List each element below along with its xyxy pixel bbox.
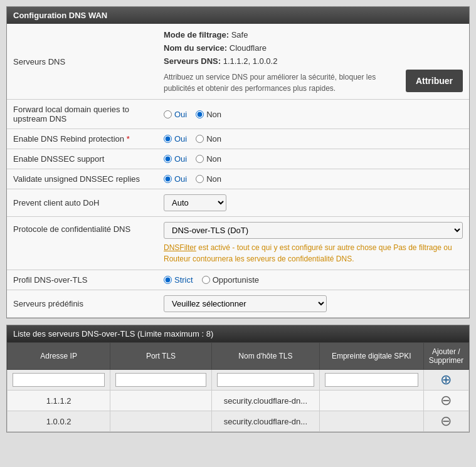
serveurs-predefinis-select[interactable]: Veuillez sélectionner [164, 295, 327, 312]
opportuniste-radio[interactable] [202, 276, 210, 284]
rebind-oui-option[interactable]: Oui [164, 134, 187, 144]
forward-oui-radio[interactable] [164, 110, 172, 118]
dns-protocol-cell: DNS-over-TLS (DoT) DNS-over-HTTPS (DoH) … [164, 222, 463, 265]
dns-hint-text: Attribuez un service DNS pour améliorer … [164, 71, 399, 94]
add-server-button[interactable]: ⊕ [440, 373, 452, 387]
row1-action: ⊖ [423, 391, 468, 411]
table-row: ⊕ [8, 370, 469, 391]
col-port: Port TLS [110, 343, 212, 370]
validate-dnssec-label: Validate unsigned DNSSEC replies [7, 169, 157, 189]
rebind-oui-label: Oui [174, 134, 187, 144]
dnssec-non-radio[interactable] [196, 155, 204, 163]
dnssec-non-label: Non [206, 154, 221, 164]
rebind-non-option[interactable]: Non [196, 134, 221, 144]
new-port-cell [110, 370, 212, 391]
dot-servers-panel: Liste des serveurs DNS-over-TLS (Limite … [6, 325, 470, 433]
forward-oui-label: Oui [174, 110, 187, 119]
validate-non-option[interactable]: Non [196, 174, 221, 184]
row2-spki [320, 411, 424, 432]
strict-radio[interactable] [164, 276, 172, 284]
col-hostname: Nom d'hôte TLS [211, 343, 319, 370]
row1-port [110, 391, 212, 411]
protocole-warning: DNSFilter est activé - tout ce qui y est… [164, 242, 463, 265]
serveurs-predefinis-options: Veuillez sélectionner [157, 290, 469, 318]
new-port-input[interactable] [115, 373, 206, 387]
server-table-body: ⊕ 1.1.1.2 security.cloudflare-dn... ⊖ 1.… [8, 370, 469, 432]
row2-ip: 1.0.0.2 [8, 411, 110, 432]
forward-local-label: Forward local domain queries to upstream… [7, 100, 157, 129]
server-table-head: Adresse IP Port TLS Nom d'hôte TLS Empre… [8, 343, 469, 370]
protocole-row: Protocole de confidentialité DNS DNS-ove… [7, 217, 469, 270]
new-action-cell: ⊕ [423, 370, 468, 391]
serveurs-dns-label: Serveurs DNS [7, 24, 157, 100]
row1-spki [320, 391, 424, 411]
prevent-doh-row: Prevent client auto DoH Auto Oui Non [7, 189, 469, 217]
config-table: Serveurs DNS Mode de filtrage: Safe Nom … [7, 24, 469, 318]
forward-oui-option[interactable]: Oui [164, 110, 187, 119]
row2-action: ⊖ [423, 411, 468, 432]
col-ip: Adresse IP [8, 343, 110, 370]
row1-ip: 1.1.1.2 [8, 391, 110, 411]
dnssec-non-option[interactable]: Non [196, 154, 221, 164]
row2-hostname: security.cloudflare-dn... [211, 411, 319, 432]
col-action: Ajouter /Supprimer [423, 343, 468, 370]
profil-dot-row: Profil DNS-over-TLS Strict Opportuniste [7, 270, 469, 290]
serveurs-ips-value: 1.1.1.2, 1.0.0.2 [223, 56, 278, 66]
dns-rebind-row: Enable DNS Rebind protection * Oui Non [7, 129, 469, 149]
dns-rebind-label: Enable DNS Rebind protection * [7, 129, 157, 149]
new-spki-input[interactable] [325, 373, 418, 387]
nom-service-line: Nom du service: Cloudflare [164, 42, 463, 55]
dnsfilter-link[interactable]: DNSFilter [164, 243, 196, 252]
new-ip-input[interactable] [13, 373, 105, 387]
validate-dnssec-options: Oui Non [157, 169, 469, 189]
new-spki-cell [320, 370, 424, 391]
new-hostname-cell [211, 370, 319, 391]
serveurs-dns-row: Serveurs DNS Mode de filtrage: Safe Nom … [7, 24, 469, 100]
dnssec-oui-option[interactable]: Oui [164, 154, 187, 164]
table-row: 1.0.0.2 security.cloudflare-dn... ⊖ [8, 411, 469, 432]
dnssec-radio-group: Oui Non [164, 154, 463, 164]
serveurs-ips-label: Serveurs DNS: [164, 56, 221, 66]
new-ip-cell [8, 370, 110, 391]
forward-local-row: Forward local domain queries to upstream… [7, 100, 469, 129]
dot-servers-title: Liste des serveurs DNS-over-TLS (Limite … [7, 325, 469, 342]
forward-non-option[interactable]: Non [196, 110, 221, 119]
protocole-warning-text: est activé - tout ce qui y est configuré… [164, 243, 452, 263]
dnssec-oui-radio[interactable] [164, 155, 172, 163]
serveurs-line: Serveurs DNS: 1.1.1.2, 1.0.0.2 [164, 55, 463, 68]
server-table-header-row: Adresse IP Port TLS Nom d'hôte TLS Empre… [8, 343, 469, 370]
prevent-doh-select[interactable]: Auto Oui Non [164, 194, 226, 211]
strict-label: Strict [174, 275, 193, 285]
rebind-oui-radio[interactable] [164, 135, 172, 143]
dns-rebind-options: Oui Non [157, 129, 469, 149]
mode-filtrage-line: Mode de filtrage: Safe [164, 29, 463, 42]
validate-non-radio[interactable] [196, 175, 204, 183]
opportuniste-option[interactable]: Opportuniste [202, 275, 259, 285]
protocole-label: Protocole de confidentialité DNS [7, 217, 157, 270]
prevent-doh-label: Prevent client auto DoH [7, 189, 157, 217]
strict-option[interactable]: Strict [164, 275, 193, 285]
attribuer-button[interactable]: Attribuer [406, 70, 463, 92]
dnssec-label: Enable DNSSEC support [7, 149, 157, 169]
validate-oui-label: Oui [174, 174, 187, 184]
row2-port [110, 411, 212, 432]
dns-rebind-asterisk: * [127, 134, 130, 144]
new-hostname-input[interactable] [217, 373, 314, 387]
validate-non-label: Non [206, 174, 221, 184]
validate-oui-radio[interactable] [164, 175, 172, 183]
protocole-select[interactable]: DNS-over-TLS (DoT) DNS-over-HTTPS (DoH) … [164, 222, 463, 239]
remove-server-button[interactable]: ⊖ [440, 394, 452, 407]
hint-with-btn: Attribuez un service DNS pour améliorer … [164, 68, 463, 94]
panel-title: Configuration DNS WAN [7, 7, 469, 24]
dnssec-options: Oui Non [157, 149, 469, 169]
rebind-non-label: Non [206, 134, 221, 144]
forward-non-radio[interactable] [196, 110, 204, 118]
rebind-non-radio[interactable] [196, 135, 204, 143]
dnssec-row: Enable DNSSEC support Oui Non [7, 149, 469, 169]
mode-value: Safe [231, 30, 248, 39]
remove-server-button[interactable]: ⊖ [440, 414, 452, 428]
server-table: Adresse IP Port TLS Nom d'hôte TLS Empre… [7, 342, 469, 432]
dnssec-oui-label: Oui [174, 154, 187, 164]
validate-oui-option[interactable]: Oui [164, 174, 187, 184]
nom-service-label: Nom du service: [164, 43, 227, 53]
